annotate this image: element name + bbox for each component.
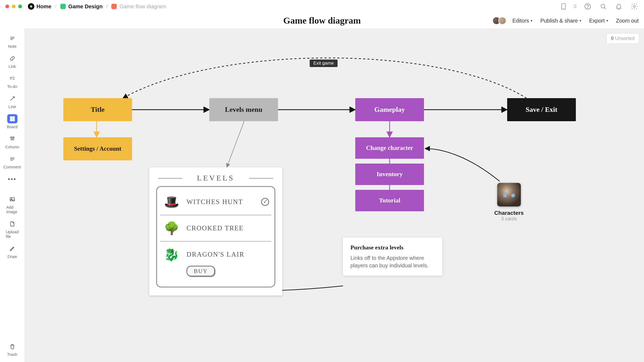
breadcrumb-page-label: Game flow diagram	[119, 3, 166, 10]
svg-rect-18	[10, 137, 14, 138]
edge-label-exit-game: Exit game	[310, 60, 338, 67]
search-icon[interactable]	[599, 2, 608, 11]
svg-line-30	[227, 121, 244, 167]
svg-point-6	[634, 6, 635, 8]
tool-draw[interactable]: Draw	[6, 244, 18, 259]
sketch-row-label: WITCHES HUNT	[186, 198, 243, 206]
tool-trash[interactable]: Trash	[6, 342, 18, 357]
tool-board[interactable]: Board	[6, 114, 18, 129]
help-icon[interactable]	[583, 2, 592, 11]
flow-node-tutorial[interactable]: Tutorial	[355, 190, 424, 211]
app-logo[interactable]: ✳	[28, 3, 34, 10]
tool-note[interactable]: Note	[6, 34, 18, 49]
tool-add-image[interactable]: Add image	[6, 195, 18, 214]
page-color-icon	[111, 4, 117, 9]
svg-point-4	[601, 4, 605, 8]
unsorted-label: Unsorted	[615, 36, 635, 41]
window-minimize-icon[interactable]	[12, 5, 16, 8]
breadcrumb-folder[interactable]: Game Design	[60, 3, 103, 10]
svg-point-3	[587, 8, 588, 8]
flow-node-change-character[interactable]: Change character	[355, 137, 424, 159]
tool-label: Draw	[8, 254, 17, 259]
tool-label: Comment	[3, 165, 21, 169]
window-close-icon[interactable]	[5, 5, 9, 8]
tool-label: Column	[5, 145, 19, 149]
tool-label: Board	[7, 124, 17, 129]
bell-icon[interactable]	[614, 2, 623, 11]
breadcrumb-sep: /	[106, 4, 108, 9]
avatar	[498, 17, 506, 25]
svg-line-13	[10, 97, 14, 101]
tool-line[interactable]: Line	[6, 94, 18, 109]
breadcrumb-sep: /	[55, 4, 57, 9]
subheader-right: Editors▾ Publish & share▾ Export▾ Zoom o…	[495, 17, 639, 25]
tool-label: Upload file	[6, 230, 19, 239]
topbar-left: ✳ Home / Game Design / Game flow diagram	[5, 3, 166, 10]
gear-icon[interactable]	[630, 2, 639, 11]
sketch-row[interactable]: 🐉 DRAGON'S LAIR BUY	[160, 242, 271, 282]
note-title: Purchase extra levels	[350, 244, 435, 251]
flow-node-levels-menu[interactable]: Levels menu	[209, 98, 278, 121]
tool-comment[interactable]: Comment	[6, 154, 18, 169]
tablet-icon[interactable]	[559, 2, 568, 11]
window-maximize-icon[interactable]	[18, 5, 22, 8]
svg-rect-17	[12, 119, 14, 121]
tablet-count: 0	[574, 4, 576, 9]
sketch-row-label: CROOKED TREE	[186, 224, 244, 232]
levels-sketch-card[interactable]: LEVELS 🎩 WITCHES HUNT 🌳 CROOKED TREE 🐉 D…	[149, 167, 282, 295]
toolbar-sidebar: Note Link To-do Line Board Column Commen…	[0, 28, 25, 362]
tool-column[interactable]: Column	[6, 134, 18, 149]
sketch-title: LEVELS	[156, 174, 275, 182]
flow-edges	[25, 28, 644, 362]
dragon-icon: 🐉	[162, 247, 181, 262]
folder-color-icon	[60, 4, 66, 9]
breadcrumb-folder-label: Game Design	[68, 3, 103, 10]
dots-icon: •••	[8, 176, 16, 183]
tool-label: To-do	[7, 84, 17, 89]
sketch-box: 🎩 WITCHES HUNT 🌳 CROOKED TREE 🐉 DRAGON'S…	[156, 186, 275, 287]
flow-node-save-exit[interactable]: Save / Exit	[507, 98, 576, 121]
flow-node-inventory[interactable]: Inventory	[355, 164, 424, 185]
tool-label: Add image	[6, 205, 18, 214]
svg-rect-14	[10, 117, 12, 119]
window-traffic-lights	[5, 5, 22, 8]
sketch-row[interactable]: 🎩 WITCHES HUNT	[160, 189, 271, 215]
flow-node-settings[interactable]: Settings / Account	[63, 137, 132, 160]
diagram-canvas[interactable]: 0 Unsorted	[25, 28, 644, 362]
editors-label: Editors	[512, 18, 529, 24]
tree-icon: 🌳	[162, 221, 181, 236]
chevron-down-icon: ▾	[531, 19, 532, 23]
tool-label: Line	[8, 104, 16, 109]
note-body: Links off to the Appstore where players …	[350, 254, 435, 269]
tool-upload[interactable]: Upload file	[6, 219, 18, 239]
buy-button[interactable]: BUY	[186, 266, 215, 276]
unsorted-badge[interactable]: 0 Unsorted	[606, 33, 639, 44]
note-card[interactable]: Purchase extra levels Links off to the A…	[343, 238, 442, 276]
publish-label: Publish & share	[540, 18, 578, 24]
witch-hat-icon: 🎩	[162, 194, 181, 209]
zoom-out-button[interactable]: Zoom out	[616, 18, 639, 24]
chevron-down-icon: ▾	[606, 19, 608, 23]
breadcrumb-page[interactable]: Game flow diagram	[111, 3, 166, 10]
tool-label: Note	[8, 44, 17, 49]
publish-dropdown[interactable]: Publish & share▾	[540, 18, 581, 24]
sketch-row[interactable]: 🌳 CROOKED TREE	[160, 215, 271, 242]
flow-node-gameplay[interactable]: Gameplay	[355, 98, 424, 121]
export-dropdown[interactable]: Export▾	[589, 18, 608, 24]
flow-node-title[interactable]: Title	[63, 98, 132, 121]
topbar: ✳ Home / Game Design / Game flow diagram…	[0, 0, 644, 13]
breadcrumb-home[interactable]: Home	[36, 3, 52, 10]
tool-todo[interactable]: To-do	[6, 74, 18, 89]
characters-stack[interactable]: Characters 3 cards	[494, 183, 524, 222]
svg-rect-16	[10, 119, 12, 121]
editor-avatars[interactable]	[495, 17, 506, 25]
tool-label: Link	[9, 64, 16, 69]
sketch-row-label: DRAGON'S LAIR	[186, 251, 244, 258]
tool-link[interactable]: Link	[6, 54, 18, 69]
tool-more[interactable]: •••	[6, 175, 18, 184]
export-label: Export	[589, 18, 605, 24]
topbar-right: 0	[559, 2, 639, 11]
subheader: Game flow diagram Editors▾ Publish & sha…	[0, 13, 644, 28]
chevron-down-icon: ▾	[580, 19, 581, 23]
editors-dropdown[interactable]: Editors▾	[512, 18, 532, 24]
